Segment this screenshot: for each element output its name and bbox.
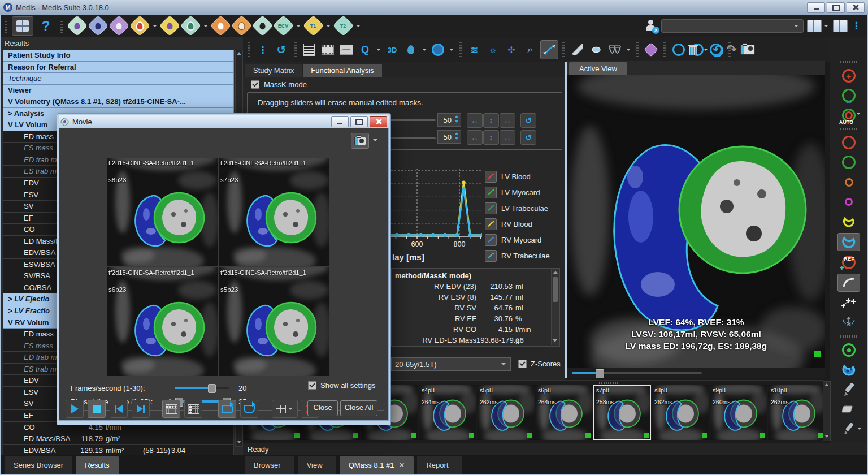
normal-values-dropdown[interactable]: 20-65y/1.5T) xyxy=(391,357,511,371)
toolbar-grip[interactable] xyxy=(562,42,565,57)
trash-icon[interactable] xyxy=(688,44,699,56)
tab-series-browser[interactable]: Series Browser xyxy=(5,456,72,474)
window-level-button[interactable]: ☼ xyxy=(484,41,501,59)
toolbar-grip[interactable] xyxy=(636,42,639,57)
dropdown-icon[interactable] xyxy=(857,428,862,430)
reset-threshold-button-2[interactable]: ↺ xyxy=(520,130,536,145)
movie-panel[interactable]: tf2d15-CINE-SA-Retro/tfi2d1_1 s5p23 xyxy=(219,267,329,376)
results-row[interactable]: Technique xyxy=(3,73,234,85)
session-tab[interactable]: Report xyxy=(417,456,462,474)
dropdown-icon[interactable] xyxy=(704,49,708,51)
close-tab-icon[interactable]: ✕ xyxy=(399,461,405,469)
threshold-spin-2[interactable]: 50 xyxy=(437,130,461,144)
toolbar-grip[interactable] xyxy=(840,61,857,63)
bounce-button[interactable] xyxy=(240,400,258,418)
qmass-menu-button[interactable]: Q xyxy=(357,41,374,59)
zoom-button[interactable]: ⌕ xyxy=(522,41,539,59)
pane-splitter[interactable] xyxy=(565,62,567,378)
results-row[interactable]: Reason for Referral xyxy=(3,62,234,74)
results-row[interactable]: Viewer xyxy=(3,85,234,97)
app-icon-qmass-mr[interactable] xyxy=(159,15,180,36)
movie-panel[interactable]: tf2d15-CINE-SA-Retro/tfi2d1_1 s7p23 xyxy=(219,158,329,266)
slice-stack-button[interactable]: ≋ xyxy=(466,41,483,59)
dialog-restore-button[interactable] xyxy=(350,116,368,127)
close-all-button[interactable]: Close All xyxy=(340,400,377,416)
snapshot-camera-icon[interactable] xyxy=(740,45,755,55)
point-spline-button[interactable] xyxy=(838,295,860,312)
grid-rows-button[interactable] xyxy=(162,400,180,418)
dropdown-icon[interactable] xyxy=(326,25,331,27)
fit-all-button[interactable]: ↔ xyxy=(500,130,515,145)
stop-button[interactable] xyxy=(88,400,106,418)
rv-epi-button[interactable] xyxy=(837,233,860,251)
lv-epi-button[interactable] xyxy=(838,154,860,171)
thumbnail[interactable]: s7p8 258ms xyxy=(593,385,651,440)
tab-study-matrix[interactable]: Study Matrix xyxy=(245,64,302,77)
phase-slider[interactable] xyxy=(572,372,702,374)
save-layout-button[interactable] xyxy=(807,20,830,32)
dropdown-icon[interactable] xyxy=(203,25,208,27)
auto-contour-button[interactable]: AUTO xyxy=(838,107,860,124)
app-icon-qstrain[interactable] xyxy=(210,15,231,36)
app-icon-3dview[interactable] xyxy=(108,15,129,36)
play-button[interactable] xyxy=(66,400,84,418)
lv-endo-button[interactable] xyxy=(838,134,860,151)
app-icon-ecv[interactable]: ECV xyxy=(272,15,294,36)
target-button-1[interactable] xyxy=(670,41,687,59)
app-icon-qmass[interactable] xyxy=(66,15,88,36)
toolbar-grip[interactable] xyxy=(663,42,666,57)
fit-all-button[interactable]: ↔ xyxy=(500,113,515,128)
area-measure-button[interactable] xyxy=(588,41,605,59)
session-tab[interactable]: View xyxy=(298,456,336,474)
brush-alt-tool-button[interactable] xyxy=(838,421,860,438)
toolbar-grip[interactable] xyxy=(294,42,297,57)
toolbar-grip[interactable] xyxy=(459,42,462,57)
papillary-tool-button[interactable] xyxy=(838,342,860,359)
thumbnail[interactable]: s8p8 262ms xyxy=(652,385,709,440)
threshold-spin-1[interactable]: 50 xyxy=(437,113,461,127)
toolbar-grip[interactable] xyxy=(840,128,857,130)
results-row[interactable]: V Volumetry (QMass 8.1 #1, S28) tf2d15-C… xyxy=(3,96,234,108)
legend-curve-button[interactable] xyxy=(485,187,497,198)
app-icon-t2[interactable]: T2 xyxy=(332,15,354,36)
eraser-tool-button[interactable] xyxy=(838,401,860,418)
thumbnail-scrollbar[interactable] xyxy=(823,381,831,441)
report-button[interactable] xyxy=(301,41,318,59)
close-button[interactable]: Close xyxy=(307,400,338,416)
scrollbar-thumb[interactable] xyxy=(553,277,558,302)
window-maximize-button[interactable] xyxy=(827,2,845,13)
toolbar-grip[interactable] xyxy=(60,19,63,33)
legend-item[interactable]: RV Blood xyxy=(485,218,550,230)
movie-panel[interactable]: tf2d15-CINE-SA-Retro/tfi2d1_1 s8p23 xyxy=(107,158,218,266)
dropdown-icon[interactable] xyxy=(296,25,301,27)
legend-curve-button[interactable] xyxy=(485,218,497,230)
legend-item[interactable]: LV Trabeculae xyxy=(485,202,550,214)
ruler-button[interactable] xyxy=(569,41,586,59)
movie-snapshot-button[interactable] xyxy=(351,133,369,149)
first-frame-button[interactable] xyxy=(110,400,128,418)
toolbar-grip[interactable] xyxy=(840,335,857,338)
overflow-dots-icon[interactable]: ⋮ xyxy=(254,41,271,59)
scroll-down-icon[interactable] xyxy=(553,339,557,342)
filmstrip-button[interactable] xyxy=(319,41,336,59)
thumbnail[interactable]: s5p8 262ms xyxy=(477,385,535,440)
brush-tool-button[interactable] xyxy=(838,381,860,398)
zscores-checkbox[interactable] xyxy=(518,360,527,368)
session-tab[interactable]: Browser xyxy=(245,456,294,474)
window-minimize-button[interactable] xyxy=(807,2,825,13)
thumbnail[interactable]: s9p8 260ms xyxy=(710,385,767,440)
rv-endo-button[interactable] xyxy=(838,213,860,230)
propagate-contours-button[interactable]: ↔ xyxy=(838,87,860,104)
reset-view-button[interactable]: ↺ xyxy=(273,41,290,59)
legend-item[interactable]: RV Myocard xyxy=(485,234,550,246)
3d-view-button[interactable]: 3D xyxy=(384,41,401,59)
layout-select-button[interactable] xyxy=(272,400,298,418)
window-close-button[interactable] xyxy=(847,2,865,13)
fit-height-button[interactable]: ↕ xyxy=(483,113,499,128)
app-icon-control[interactable] xyxy=(251,15,273,36)
toolbar-grip[interactable] xyxy=(5,19,7,33)
massk-checkbox[interactable] xyxy=(251,80,259,89)
scroll-up-icon[interactable] xyxy=(824,383,829,386)
dialog-close-button[interactable] xyxy=(370,116,387,127)
strain-app-button[interactable] xyxy=(643,41,659,59)
